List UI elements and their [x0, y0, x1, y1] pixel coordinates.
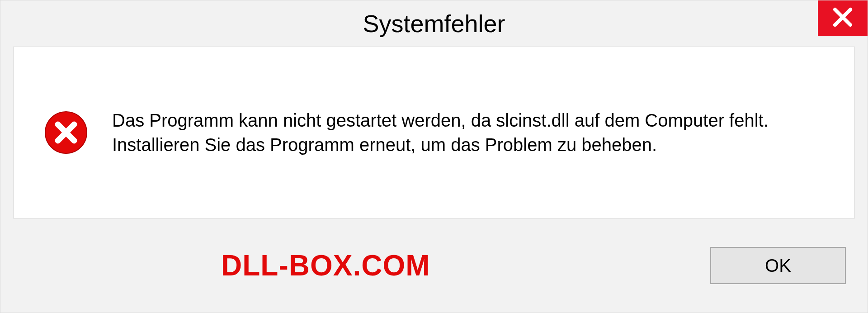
dialog-title: Systemfehler [363, 9, 505, 38]
error-dialog: Systemfehler Das Programm kann nicht ges… [0, 0, 868, 313]
titlebar: Systemfehler [0, 0, 868, 47]
content-area: Das Programm kann nicht gestartet werden… [13, 47, 855, 218]
watermark-text: DLL-BOX.COM [221, 249, 430, 282]
close-icon [832, 7, 853, 29]
error-message: Das Programm kann nicht gestartet werden… [112, 108, 799, 157]
error-icon [44, 111, 88, 154]
footer: DLL-BOX.COM OK [0, 218, 868, 313]
ok-button[interactable]: OK [710, 247, 846, 284]
close-button[interactable] [818, 0, 868, 36]
